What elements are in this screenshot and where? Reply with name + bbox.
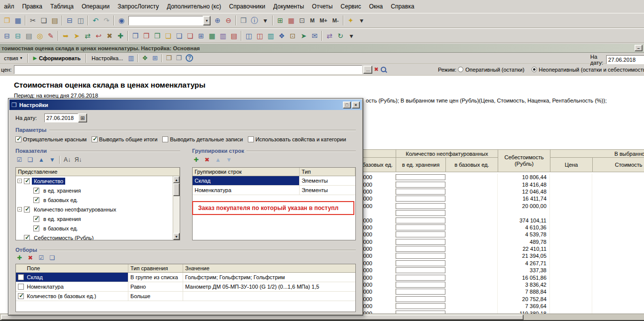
- indicator-checkbox[interactable]: [33, 188, 39, 194]
- grid-icon[interactable]: ⊞: [275, 15, 286, 26]
- menu-item[interactable]: Правка: [18, 1, 46, 11]
- info-icon[interactable]: ⓘ: [249, 15, 260, 26]
- minimize-button[interactable]: –: [635, 45, 643, 51]
- clear-icon[interactable]: ✖: [374, 66, 378, 73]
- toolbar-separator[interactable]: [322, 31, 322, 41]
- mode-option[interactable]: Оперативный (остатки): [458, 67, 525, 73]
- printer-icon[interactable]: ⊟: [1, 30, 12, 41]
- find-next-icon[interactable]: ⊕: [212, 15, 223, 26]
- return-doc-icon[interactable]: ↩: [93, 30, 104, 41]
- magnifier-icon[interactable]: [380, 66, 387, 73]
- analysis-icon[interactable]: ❖: [276, 30, 287, 41]
- toolbar-separator[interactable]: [88, 15, 89, 25]
- memory-button[interactable]: M-: [330, 17, 341, 24]
- delete-icon[interactable]: ✖: [202, 155, 212, 164]
- combo-dropdown-icon[interactable]: ▾: [203, 16, 211, 25]
- save-settings-icon[interactable]: ❒: [164, 54, 174, 63]
- check-all-icon[interactable]: ☑: [36, 253, 46, 262]
- mail-icon[interactable]: ✉: [309, 30, 320, 41]
- export-icon[interactable]: ➤: [298, 30, 309, 41]
- check-all-icon[interactable]: ☑: [14, 155, 24, 164]
- paste-icon[interactable]: ▤: [49, 15, 60, 26]
- filter-checkbox[interactable]: [18, 274, 24, 280]
- filter-checkbox[interactable]: [18, 293, 24, 299]
- invoice-green-icon[interactable]: ❐: [152, 30, 163, 41]
- toolbar-separator[interactable]: [58, 31, 59, 41]
- indicator-checkbox[interactable]: [33, 225, 39, 231]
- toolbar-separator[interactable]: [241, 31, 242, 41]
- menu-item[interactable]: айл: [0, 1, 18, 11]
- menu-item[interactable]: Таблица: [46, 1, 78, 11]
- structure-icon[interactable]: ❖: [140, 54, 150, 63]
- filter-row[interactable]: Номенклатура Равно Манометр ДМ 05-МП-3У-…: [16, 282, 355, 292]
- menu-item[interactable]: ЗапросЛогисту: [113, 1, 163, 11]
- select-value-button[interactable]: ...: [363, 66, 372, 74]
- edit-table-icon[interactable]: ✎: [45, 30, 56, 41]
- indicators-scrollbar[interactable]: ▲ ▼: [173, 176, 180, 240]
- add-icon[interactable]: ✚: [191, 155, 201, 164]
- indicator-row[interactable]: в базовых ед.: [16, 223, 180, 233]
- param-checkbox[interactable]: Выводить общие итоги: [92, 136, 157, 142]
- toolbar-separator[interactable]: [161, 54, 162, 62]
- toolbar-separator[interactable]: [127, 31, 128, 41]
- exchange-icon[interactable]: ⇄: [324, 30, 335, 41]
- toolbar-separator[interactable]: [343, 15, 344, 25]
- issue-doc-icon[interactable]: ➤: [71, 30, 82, 41]
- grouping-row[interactable]: Склад Элементы: [193, 176, 355, 186]
- move-down-icon[interactable]: ▼: [224, 155, 234, 164]
- dialog-date-input[interactable]: [44, 113, 78, 122]
- param-checkbox[interactable]: Отрицательные красным: [15, 136, 87, 142]
- report-date-input[interactable]: [606, 55, 644, 64]
- menu-item[interactable]: Сервис: [336, 1, 365, 11]
- toolbar-separator[interactable]: [25, 15, 26, 25]
- update-icon[interactable]: ↻: [335, 30, 346, 41]
- calculator-icon[interactable]: ⊡: [297, 15, 308, 26]
- dialog-titlebar[interactable]: ❒ Настройки □ ×: [9, 100, 362, 110]
- help-button[interactable]: ?: [186, 54, 193, 62]
- report-table-icon[interactable]: ⊞: [196, 30, 207, 41]
- delete-icon[interactable]: ✖: [25, 253, 35, 262]
- add-icon[interactable]: ✚: [14, 253, 24, 262]
- copy-value-icon[interactable]: ❒: [238, 15, 249, 26]
- memory-button[interactable]: M: [308, 17, 317, 24]
- registry-icon[interactable]: ▥: [217, 30, 228, 41]
- invoice-icon[interactable]: ❐: [130, 30, 141, 41]
- menu-item[interactable]: Отчеты: [308, 1, 336, 11]
- indicator-row[interactable]: в базовых ед.: [16, 195, 180, 205]
- scroll-thumb[interactable]: [173, 183, 180, 196]
- indicator-checkbox[interactable]: [24, 178, 30, 184]
- indicator-row[interactable]: - Количество неотфактурованных: [16, 205, 180, 214]
- indicator-row[interactable]: - Количество: [16, 176, 180, 186]
- indicator-checkbox[interactable]: [24, 235, 30, 241]
- more-icon[interactable]: ▾: [346, 30, 357, 41]
- menu-item[interactable]: Дополнительно (кс): [163, 1, 225, 11]
- close-button[interactable]: ×: [352, 102, 360, 108]
- redo-icon[interactable]: ↷: [101, 15, 112, 26]
- menu-item[interactable]: Справочники: [225, 1, 269, 11]
- binoculars-icon[interactable]: ◎: [34, 30, 45, 41]
- menu-item[interactable]: Документы: [269, 1, 308, 11]
- toolbar-separator[interactable]: [272, 15, 273, 25]
- memory-button[interactable]: M+: [317, 17, 330, 24]
- order-doc-icon[interactable]: ❏: [163, 30, 174, 41]
- open-icon[interactable]: ❐: [1, 15, 12, 26]
- indicator-row[interactable]: Себестоимость (Рубль): [16, 233, 180, 240]
- mode-option[interactable]: Неоперативный (остатки и себестоимость): [532, 67, 644, 73]
- cash-doc-icon[interactable]: ❏: [185, 30, 196, 41]
- sales-report-icon[interactable]: ◫: [254, 30, 265, 41]
- printer-teal-icon[interactable]: ⊟: [12, 30, 23, 41]
- toolbar-separator[interactable]: [137, 54, 138, 62]
- chart-icon[interactable]: ▥: [265, 30, 276, 41]
- param-checkbox[interactable]: Использовать свойства и категории: [248, 136, 346, 142]
- journal-icon[interactable]: ▦: [207, 30, 217, 41]
- move-up-icon[interactable]: ▲: [213, 155, 223, 164]
- sort-desc-icon[interactable]: Я↓: [73, 155, 83, 164]
- find-icon[interactable]: ◉: [116, 15, 127, 26]
- actions-menu-button[interactable]: ствия ▾: [1, 54, 25, 62]
- calendar-icon[interactable]: ▦: [286, 15, 297, 26]
- uncheck-all-icon[interactable]: ❏: [25, 155, 35, 164]
- report-variants-icon[interactable]: ▥: [126, 54, 136, 63]
- cut-icon[interactable]: ✂: [27, 15, 38, 26]
- indicator-checkbox[interactable]: [24, 207, 30, 213]
- scroll-down-icon[interactable]: ▼: [173, 233, 180, 240]
